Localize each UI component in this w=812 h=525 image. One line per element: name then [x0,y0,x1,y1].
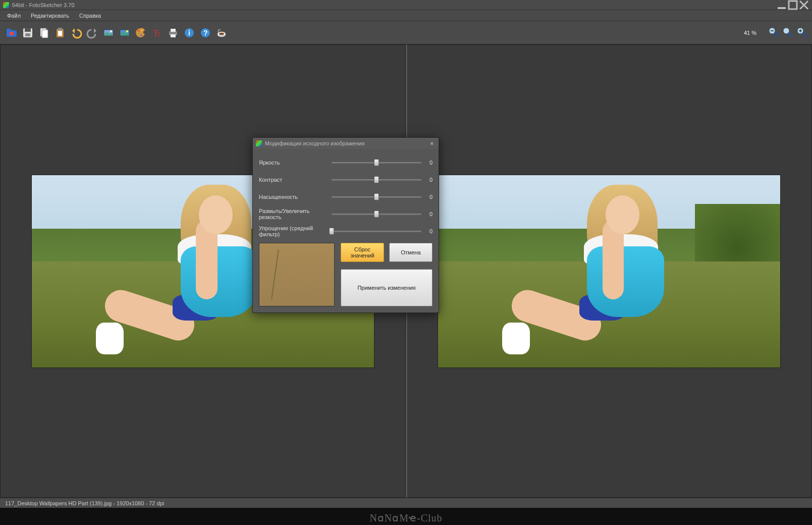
brightness-row: Яркость 0 [259,154,432,171]
zoom-label: 41 % [744,30,756,36]
svg-rect-0 [778,7,786,9]
svg-rect-40 [800,29,801,32]
dialog-icon [256,140,262,146]
simplify-value: 0 [426,228,432,234]
save-button[interactable] [20,25,35,40]
svg-rect-41 [802,32,806,37]
apply-button[interactable]: Применить изменения [341,269,432,306]
svg-rect-9 [42,30,48,38]
preview-thumbnail [259,243,335,306]
info-button[interactable]: i [182,25,197,40]
palette-button[interactable] [133,25,148,40]
menu-file[interactable]: Файл [2,11,26,20]
paste-button[interactable] [52,25,68,40]
window-title: 64bit - FotoSketcher 3.70 [12,2,776,8]
blur-slider[interactable] [332,211,421,218]
svg-text:?: ? [203,29,208,37]
svg-text:T: T [157,31,161,38]
menu-edit[interactable]: Редактировать [26,11,74,20]
dialog-title: Модификация исходного изображения [265,140,428,146]
contrast-label: Контраст [259,177,332,183]
maximize-button[interactable] [788,2,798,9]
result-image [438,175,781,368]
close-button[interactable] [799,2,809,9]
svg-point-19 [140,34,142,36]
svg-rect-12 [58,31,62,36]
source-adjust-button[interactable] [101,25,116,40]
title-bar: 64bit - FotoSketcher 3.70 [0,0,812,10]
help-button[interactable]: ? [198,25,213,40]
simplify-label: Упрощение (средний фильтр) [259,225,332,237]
minimize-button[interactable] [777,2,787,9]
svg-point-32 [219,32,224,35]
svg-rect-4 [10,32,14,35]
svg-rect-6 [25,28,31,32]
zoom-out-button[interactable] [767,25,780,40]
blur-label: Размыть/Увеличить резкость [259,208,332,220]
reset-button[interactable]: Сброс значений [341,243,384,262]
redo-button[interactable] [85,25,100,40]
status-bar: 117_Desktop Wallpapers HD Part (139).jpg… [0,498,812,508]
svg-point-18 [138,33,139,34]
dialog-title-bar[interactable]: Модификация исходного изображения × [253,138,439,149]
menu-help[interactable]: Справка [74,11,106,20]
saturation-label: Насыщенность [259,194,332,200]
brightness-label: Яркость [259,160,332,166]
svg-rect-7 [25,33,30,36]
copy-button[interactable] [36,25,51,40]
open-button[interactable] [4,25,19,40]
svg-rect-37 [788,32,792,37]
svg-point-20 [141,29,142,31]
blur-value: 0 [426,211,432,217]
svg-text:i: i [188,29,190,37]
app-icon [3,2,9,8]
simplify-row: Упрощение (средний фильтр) 0 [259,223,432,240]
blur-row: Размыть/Увеличить резкость 0 [259,205,432,223]
effect-button[interactable] [117,25,132,40]
svg-rect-34 [771,30,774,31]
undo-button[interactable] [69,25,84,40]
watermark: NɑNɑMҽ-Club [0,512,812,524]
dialog-close-button[interactable]: × [428,140,436,146]
saturation-value: 0 [426,194,432,200]
svg-point-16 [126,30,128,32]
saturation-slider[interactable] [332,193,421,200]
toolbar: TT i ? 41 % [0,21,812,44]
contrast-value: 0 [426,177,432,183]
brightness-value: 0 [426,160,432,166]
svg-point-14 [110,30,112,32]
svg-point-17 [138,30,139,31]
saturation-row: Насыщенность 0 [259,188,432,205]
source-modification-dialog: Модификация исходного изображения × Ярко… [252,137,439,313]
brightness-slider[interactable] [332,159,421,166]
svg-rect-3 [7,29,11,31]
svg-rect-1 [789,1,797,9]
simplify-slider[interactable] [332,228,421,235]
svg-rect-35 [774,32,778,37]
contrast-row: Контраст 0 [259,171,432,188]
result-pane[interactable] [406,44,813,498]
status-text: 117_Desktop Wallpapers HD Part (139).jpg… [5,500,164,506]
cancel-button[interactable]: Отмена [389,243,432,262]
text-button[interactable]: TT [149,25,165,40]
svg-rect-24 [171,29,176,32]
zoom-in-button[interactable] [795,25,808,40]
svg-rect-25 [171,34,176,37]
print-button[interactable] [166,25,181,40]
workspace: Модификация исходного изображения × Ярко… [0,44,812,498]
zoom-fit-button[interactable] [781,25,794,40]
svg-rect-11 [58,28,62,30]
donate-button[interactable] [214,25,229,40]
contrast-slider[interactable] [332,176,421,183]
menu-bar: Файл Редактировать Справка [0,10,812,21]
